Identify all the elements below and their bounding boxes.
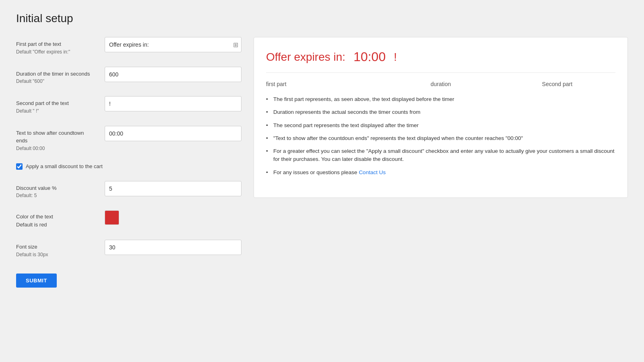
font-size-row: Font size Default is 30px <box>16 240 242 258</box>
color-row: Color of the text Default is red <box>16 210 242 228</box>
timer-labels: first part duration Second part <box>266 81 615 87</box>
first-part-input[interactable] <box>105 37 242 52</box>
discount-value-label: Discount value % Default: 5 <box>16 181 97 200</box>
first-part-input-wrapper: ⊞ <box>105 37 242 52</box>
discount-checkbox[interactable] <box>16 163 23 170</box>
bullet-text-2: Duration represents the actual seconds t… <box>273 109 420 115</box>
label-second-part: Second part <box>499 81 615 87</box>
info-panel: Offer expires in: 10:00 ! first part dur… <box>254 37 628 198</box>
list-item: The first part represents, as seen above… <box>266 95 615 103</box>
countdown-end-row: Text to show after coundtown ends Defaul… <box>16 126 242 152</box>
countdown-end-label: Text to show after coundtown ends Defaul… <box>16 126 97 152</box>
info-bullet-list: The first part represents, as seen above… <box>266 95 615 177</box>
duration-row: Duration of the timer in seconds Default… <box>16 67 242 85</box>
second-part-row: Second part of the text Default " !" <box>16 96 242 115</box>
preview-first-part: Offer expires in: <box>266 51 345 64</box>
preview-timer: Offer expires in: 10:00 ! <box>266 49 615 73</box>
list-item: For any issues or questions please Conta… <box>266 169 615 177</box>
first-part-label: First part of the text Default "Offer ex… <box>16 37 97 56</box>
list-item: Duration represents the actual seconds t… <box>266 108 615 116</box>
font-size-input[interactable] <box>105 240 242 255</box>
discount-checkbox-row: Apply a small discount to the cart <box>16 163 242 170</box>
bullet-text-6: For any issues or questions please <box>273 169 359 175</box>
contact-us-link[interactable]: Contact Us <box>359 169 386 175</box>
main-layout: First part of the text Default "Offer ex… <box>16 37 628 288</box>
color-label: Color of the text Default is red <box>16 210 97 228</box>
list-item: For a greater effect you can select the … <box>266 147 615 164</box>
font-size-label: Font size Default is 30px <box>16 240 97 258</box>
discount-checkbox-label[interactable]: Apply a small discount to the cart <box>26 163 103 169</box>
discount-value-row: Discount value % Default: 5 <box>16 181 242 200</box>
countdown-end-input[interactable] <box>105 126 242 141</box>
bullet-text-4: "Text to show after the countdoun ends" … <box>273 135 523 141</box>
label-first-part: first part <box>266 81 382 87</box>
second-part-input[interactable] <box>105 96 242 111</box>
preview-duration: 10:00 <box>353 49 386 64</box>
page-title: Initial setup <box>16 12 628 25</box>
bullet-text-5: For a greater effect you can select the … <box>273 148 615 162</box>
second-part-label: Second part of the text Default " !" <box>16 96 97 115</box>
submit-button[interactable]: SUBMIT <box>16 274 57 288</box>
duration-input[interactable] <box>105 67 242 82</box>
preview-second-part: ! <box>394 51 397 64</box>
first-part-row: First part of the text Default "Offer ex… <box>16 37 242 56</box>
label-duration: duration <box>382 81 499 87</box>
discount-value-input[interactable] <box>105 181 242 196</box>
bullet-text-1: The first part represents, as seen above… <box>273 96 454 102</box>
list-item: The second part represents the text disp… <box>266 121 615 130</box>
color-swatch[interactable] <box>105 210 119 225</box>
form-section: First part of the text Default "Offer ex… <box>16 37 242 288</box>
duration-label: Duration of the timer in seconds Default… <box>16 67 97 85</box>
bullet-text-3: The second part represents the text disp… <box>273 122 419 128</box>
grid-icon: ⊞ <box>233 41 238 49</box>
list-item: "Text to show after the countdoun ends" … <box>266 134 615 142</box>
